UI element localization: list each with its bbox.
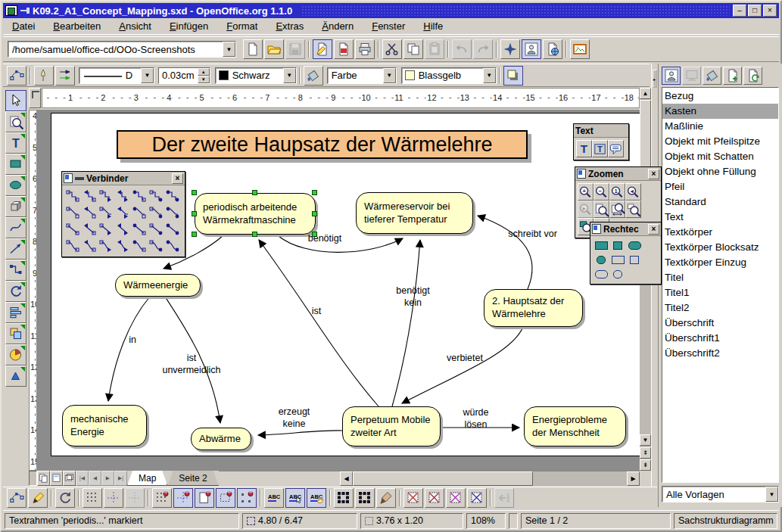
connector-stepped-square-dot-icon[interactable] [148, 188, 164, 204]
node-hauptsatz[interactable]: 2. Hauptsatz der Wärmelehre [484, 289, 583, 327]
node-abwaerme[interactable]: Abwärme [191, 428, 251, 450]
callout-icon[interactable] [608, 140, 624, 157]
gallery-icon[interactable] [570, 39, 590, 59]
menu-item-datei[interactable]: Datei [3, 18, 44, 34]
scroll-right-icon[interactable]: ▶ [627, 471, 640, 486]
style-item-titel2[interactable]: Titel2 [662, 300, 778, 316]
edit-file-icon[interactable] [313, 39, 332, 59]
connector-stepped-square-square-icon[interactable] [64, 188, 81, 204]
rectangle-filled-icon[interactable] [593, 238, 609, 253]
close-icon[interactable]: × [648, 224, 659, 235]
connector-bend-square-arrow-icon[interactable] [98, 204, 114, 221]
connector-curved-dot-square-icon[interactable] [131, 238, 148, 254]
contour-mode-icon[interactable] [425, 488, 444, 508]
rechteck-palette[interactable]: Rechtec × [590, 222, 662, 285]
export-pdf-icon[interactable] [334, 39, 354, 59]
rotation-mode-icon[interactable] [55, 488, 75, 508]
fill-type-combo[interactable]: Farbe ▼ [327, 67, 397, 84]
node-perpetuum-mobile[interactable]: Perpetuum Mobile zweiter Art [342, 406, 441, 446]
fill-color-dropdown[interactable]: ▼ [483, 68, 496, 83]
style-item-bezug[interactable]: Bezug [662, 89, 778, 104]
alignment-icon[interactable] [5, 302, 26, 323]
title-bar[interactable]: K09.2_A1_Concept_Mapping.sxd - OpenOffic… [3, 3, 779, 18]
style-item-textk-rper[interactable]: Textkörper [662, 225, 778, 240]
connector-straight-square-square-icon[interactable] [64, 221, 81, 238]
zoom-icon[interactable] [5, 111, 26, 132]
node-energieprobleme[interactable]: Energieprobleme der Menschheit [524, 406, 626, 446]
text-icon[interactable]: T [5, 132, 26, 154]
connector-straight-square-dot-icon[interactable] [148, 221, 164, 238]
menu-item-ndern[interactable]: Ändern [313, 18, 363, 34]
show-grid-icon[interactable] [83, 488, 102, 508]
page-indicator[interactable]: Seite 1 / 2 [521, 513, 671, 529]
line-color-dropdown[interactable]: ▼ [283, 68, 296, 83]
zoom-page-icon[interactable] [594, 201, 609, 218]
line-style-dropdown[interactable]: ▼ [141, 68, 154, 83]
style-item-kasten[interactable]: Kasten [662, 104, 778, 119]
arrange-icon[interactable] [5, 323, 26, 344]
connector-straight-dot-square-icon[interactable] [131, 221, 148, 238]
connector-stepped-arrow-square-icon[interactable] [81, 188, 98, 204]
fit-text-to-frame-icon[interactable]: T [592, 140, 608, 157]
line-style-combo[interactable]: D ▼ [79, 67, 154, 84]
square-icon[interactable] [626, 253, 643, 267]
horizontal-ruler[interactable]: 123456789101112131415161718 [42, 88, 640, 108]
master-page-mode-icon[interactable] [50, 471, 63, 486]
cut-icon[interactable] [382, 39, 402, 59]
window-pin-icon[interactable] [20, 6, 30, 15]
select-text-area-only-icon[interactable]: ABC [285, 488, 305, 508]
fill-format-mode-icon[interactable] [703, 67, 721, 85]
connector-stepped-dot-square-icon[interactable] [131, 188, 148, 204]
modify-with-attributes-icon[interactable] [376, 488, 396, 508]
style-item-textk-rper-einzug[interactable]: Textkörper Einzug [662, 255, 778, 270]
node-waermeenergie[interactable]: Wärmeenergie [115, 274, 201, 297]
connector-curved-dot-dot-icon[interactable] [164, 238, 181, 254]
menu-item-einfgen[interactable]: Einfügen [160, 18, 217, 34]
next-page-icon[interactable]: ⇟ [640, 459, 651, 471]
rounded-square-icon[interactable] [609, 267, 626, 282]
diagram-title-frame[interactable]: Der zweite Haupsatz der Wärmelehre [117, 130, 528, 159]
edit-points-icon[interactable] [7, 488, 26, 508]
zoom-100-icon[interactable]: 1 [609, 183, 625, 201]
object-3d-icon[interactable] [5, 196, 26, 217]
style-item-objekt-mit-schatten[interactable]: Objekt mit Schatten [662, 149, 778, 164]
style-item-textk-rper-blocksatz[interactable]: Textkörper Blocksatz [662, 240, 778, 255]
selection-handle[interactable] [312, 190, 317, 195]
selection-handle[interactable] [192, 211, 197, 216]
picture-placeholder-icon[interactable] [403, 488, 423, 508]
tab-map[interactable]: Map [127, 471, 167, 486]
connector-bend-dot-square-icon[interactable] [131, 204, 148, 221]
copy-icon[interactable] [403, 39, 423, 59]
style-item-text[interactable]: Text [662, 210, 778, 225]
zoom-optimal-icon[interactable] [625, 201, 641, 218]
interaction-icon[interactable] [5, 366, 26, 387]
large-handles-icon[interactable] [355, 488, 375, 508]
ruler-corner[interactable] [29, 88, 41, 108]
square-filled-icon[interactable] [609, 238, 626, 253]
minimize-icon[interactable]: – [733, 5, 746, 17]
rounded-rectangle-filled-icon[interactable] [626, 238, 643, 253]
connector-stepped-arrow-arrow-icon[interactable] [114, 188, 131, 204]
fill-paintcan-icon[interactable] [304, 66, 323, 86]
style-item-objekt-ohne-f-llung[interactable]: Objekt ohne Füllung [662, 164, 778, 179]
connector-icon[interactable] [5, 260, 26, 281]
text-palette[interactable]: Text TT [573, 123, 629, 160]
connector-straight-square-arrow-icon[interactable] [98, 221, 114, 238]
style-item--berschrift1[interactable]: Überschrift1 [662, 331, 778, 346]
edit-points-icon[interactable] [7, 66, 26, 86]
allow-quick-editing-icon[interactable]: ABC [264, 488, 284, 508]
quick-edit-icon[interactable] [28, 488, 48, 508]
close-icon[interactable]: × [172, 173, 183, 184]
double-click-to-edit-text-icon[interactable]: ABC [307, 488, 326, 508]
close-icon[interactable]: × [763, 5, 777, 17]
rounded-square-filled-icon[interactable] [593, 253, 609, 267]
zoom-page-width-icon[interactable] [609, 201, 625, 218]
horizontal-scrollbar[interactable]: ◀ ▶ [340, 471, 640, 486]
pin-icon[interactable] [75, 177, 84, 180]
node-mechanische-energie[interactable]: mechanische Energie [62, 405, 147, 446]
maximize-icon[interactable]: □ [748, 5, 762, 17]
fill-type-dropdown[interactable]: ▼ [383, 68, 396, 83]
menu-item-extras[interactable]: Extras [266, 18, 313, 34]
current-template[interactable]: Sachstrukturdiagramm [674, 513, 777, 529]
line-pen-icon[interactable] [34, 66, 54, 86]
